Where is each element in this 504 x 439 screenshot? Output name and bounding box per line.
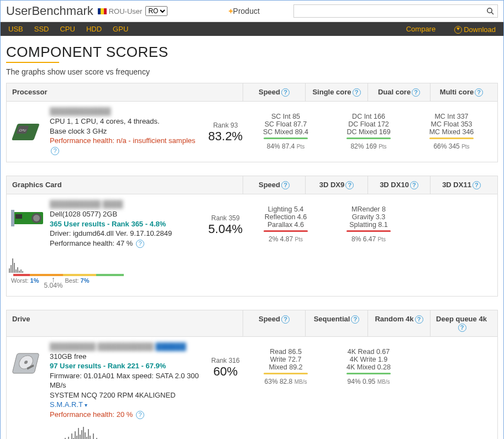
flag-icon <box>98 8 107 14</box>
add-product-button[interactable]: +Product <box>228 7 259 15</box>
drive-info: █████████ ███████████ ██████ 310GB free … <box>50 342 207 439</box>
help-icon[interactable]: ? <box>51 147 59 155</box>
svg-rect-9 <box>15 214 22 219</box>
locale-select[interactable]: RO <box>145 6 167 16</box>
help-icon[interactable]: ? <box>281 88 290 97</box>
help-icon[interactable]: ? <box>415 315 423 324</box>
drive-section: Drive Speed? Sequential? Random 4k? Deep… <box>6 310 498 440</box>
gpu-header: Graphics Card <box>7 176 243 194</box>
col-multicore: Multi core? <box>430 83 492 101</box>
gpu-dx11-stats <box>410 200 493 289</box>
cpu-speed: Rank 93 83.2% <box>207 107 244 155</box>
plus-icon: + <box>228 7 233 15</box>
col-singlecore: Single core? <box>305 83 368 101</box>
cpu-chip-icon: CPU <box>11 107 50 155</box>
drive-dq4k-stats <box>410 342 493 439</box>
drive-speed: Rank 316 60% <box>207 342 244 439</box>
help-icon[interactable]: ? <box>345 181 354 189</box>
svg-line-1 <box>491 12 494 14</box>
nav-ssd[interactable]: SSD <box>34 25 49 33</box>
chevron-down-icon: ▾ <box>85 402 87 408</box>
svg-text:CPU: CPU <box>18 128 27 132</box>
country-label: ROU-User <box>109 7 143 15</box>
nav-compare[interactable]: Compare <box>406 25 435 33</box>
gpu-section: Graphics Card Speed? 3D DX9? 3D DX10? 3D… <box>6 176 498 296</box>
help-icon[interactable]: ? <box>136 240 144 248</box>
download-link[interactable]: Download <box>454 24 496 34</box>
help-icon[interactable]: ? <box>281 181 290 189</box>
nav-bar: USB SSD CPU HDD GPU Compare Download <box>1 22 503 36</box>
col-dualcore: Dual core? <box>368 83 430 101</box>
help-icon[interactable]: ? <box>473 181 481 189</box>
cpu-info: ████████████ CPU 1, 1 CPU, 4 cores, 4 th… <box>50 107 207 155</box>
download-icon <box>454 26 462 34</box>
nav-hdd[interactable]: HDD <box>86 25 102 33</box>
help-icon[interactable]: ? <box>353 88 361 97</box>
search-input[interactable] <box>293 4 498 18</box>
drive-header: Drive <box>7 310 243 336</box>
nav-usb[interactable]: USB <box>8 25 23 33</box>
cpu-section: Processor Speed? Single core? Dual core?… <box>6 83 498 162</box>
cpu-multicore-stats: MC Int 337 MC Float 353 MC Mixed 346 66%… <box>410 107 493 155</box>
drive-user-results[interactable]: 97 User results - Rank 221 - 67.9% <box>50 361 202 371</box>
site-logo[interactable]: UserBenchmark <box>6 4 93 18</box>
help-icon[interactable]: ? <box>475 88 483 97</box>
col-speed: Speed? <box>243 83 305 101</box>
cpu-singlecore-stats: SC Int 85 SC Float 87.7 SC Mixed 89.4 84… <box>244 107 327 155</box>
drive-seq-stats: Read 86.5 Write 72.7 Mixed 89.2 63% 82.8… <box>244 342 327 439</box>
help-icon[interactable]: ? <box>412 88 420 97</box>
svg-point-0 <box>487 8 492 13</box>
gpu-speed: Rank 359 5.04% <box>207 200 244 289</box>
cpu-dualcore-stats: DC Int 166 DC Float 172 DC Mixed 169 82%… <box>327 107 410 155</box>
page-subtitle: The graphs show user score vs frequency <box>6 67 498 76</box>
help-icon[interactable]: ? <box>281 315 290 324</box>
page-title: COMPONENT SCORES <box>6 44 498 61</box>
search-icon <box>486 7 494 15</box>
help-icon[interactable]: ? <box>410 181 418 189</box>
help-icon[interactable]: ? <box>351 315 359 324</box>
gpu-dx9-stats: Lighting 5.4 Reflection 4.6 Parallax 4.6… <box>244 200 327 289</box>
help-icon[interactable]: ? <box>458 324 466 332</box>
svg-point-8 <box>33 215 40 221</box>
nav-gpu[interactable]: GPU <box>113 25 128 33</box>
gpu-dx10-stats: MRender 8 Gravity 3.3 Splatting 8.1 8% 6… <box>327 200 410 289</box>
header-bar: UserBenchmark ROU-User RO +Product <box>1 1 503 22</box>
drive-r4k-stats: 4K Read 0.67 4K Write 1.9 4K Mixed 0.28 … <box>327 342 410 439</box>
svg-rect-6 <box>11 210 14 226</box>
help-icon[interactable]: ? <box>136 411 144 419</box>
nav-cpu[interactable]: CPU <box>60 25 75 33</box>
cpu-header: Processor <box>7 83 243 101</box>
smart-link[interactable]: S.M.A.R.T ▾ <box>50 400 87 409</box>
gpu-user-results[interactable]: 365 User results - Rank 365 - 4.8% <box>50 219 202 229</box>
gpu-info: ██████████ ████ Dell(1028 0577) 2GB 365 … <box>50 200 207 289</box>
